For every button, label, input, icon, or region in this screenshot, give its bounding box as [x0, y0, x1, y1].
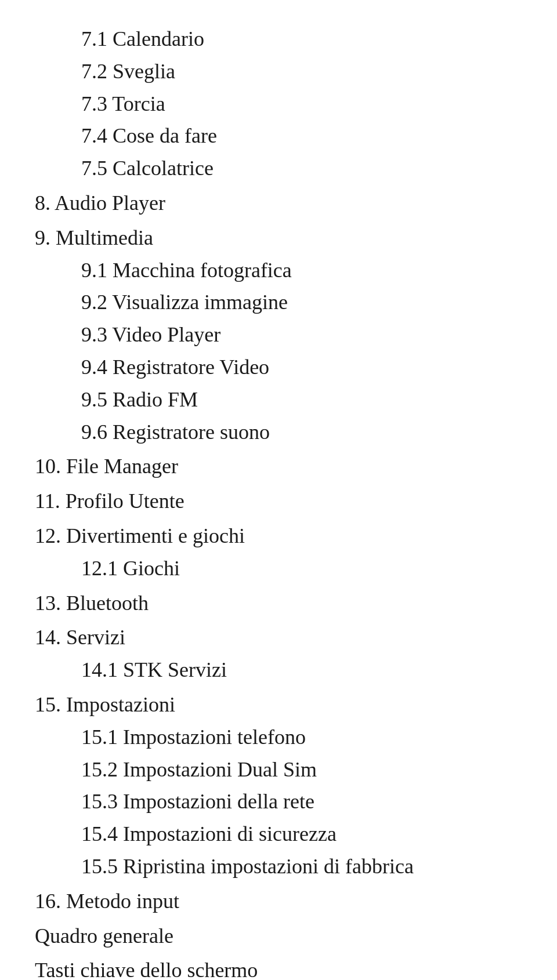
toc-item-qg: Quadro generale: [35, 920, 522, 953]
toc-item-15-4: 15.4 Impostazioni di sicurezza: [35, 818, 522, 851]
toc-item-tcs: Tasti chiave dello schermo: [35, 954, 522, 980]
toc-item-12-1: 12.1 Giochi: [35, 553, 522, 585]
toc-item-15-1: 15.1 Impostazioni telefono: [35, 721, 522, 754]
toc-item-8: 8. Audio Player: [35, 187, 522, 220]
toc-item-9-5: 9.5 Radio FM: [35, 384, 522, 416]
toc-item-7-1: 7.1 Calendario: [35, 23, 522, 56]
toc-item-9-4: 9.4 Registratore Video: [35, 351, 522, 384]
toc-item-9-2: 9.2 Visualizza immagine: [35, 286, 522, 319]
toc-item-7-2: 7.2 Sveglia: [35, 56, 522, 88]
toc-item-7-4: 7.4 Cose da fare: [35, 120, 522, 153]
toc-item-14-1: 14.1 STK Servizi: [35, 654, 522, 687]
toc-item-15-5: 15.5 Ripristina impostazioni di fabbrica: [35, 851, 522, 883]
toc-item-16: 16. Metodo input: [35, 885, 522, 918]
toc-item-9: 9. Multimedia: [35, 222, 522, 255]
toc-item-9-1: 9.1 Macchina fotografica: [35, 255, 522, 287]
toc-item-11: 11. Profilo Utente: [35, 485, 522, 518]
toc-item-15-3: 15.3 Impostazioni della rete: [35, 786, 522, 818]
toc-item-14: 14. Servizi: [35, 622, 522, 654]
toc-item-9-3: 9.3 Video Player: [35, 319, 522, 351]
table-of-contents: 7.1 Calendario7.2 Sveglia7.3 Torcia7.4 C…: [35, 23, 522, 980]
toc-item-7-5: 7.5 Calcolatrice: [35, 153, 522, 185]
toc-item-10: 10. File Manager: [35, 451, 522, 483]
toc-item-7-3: 7.3 Torcia: [35, 88, 522, 121]
toc-item-12: 12. Divertimenti e giochi: [35, 520, 522, 553]
toc-item-15-2: 15.2 Impostazioni Dual Sim: [35, 754, 522, 786]
toc-item-15: 15. Impostazioni: [35, 689, 522, 721]
toc-item-13: 13. Bluetooth: [35, 587, 522, 620]
toc-item-9-6: 9.6 Registratore suono: [35, 416, 522, 449]
